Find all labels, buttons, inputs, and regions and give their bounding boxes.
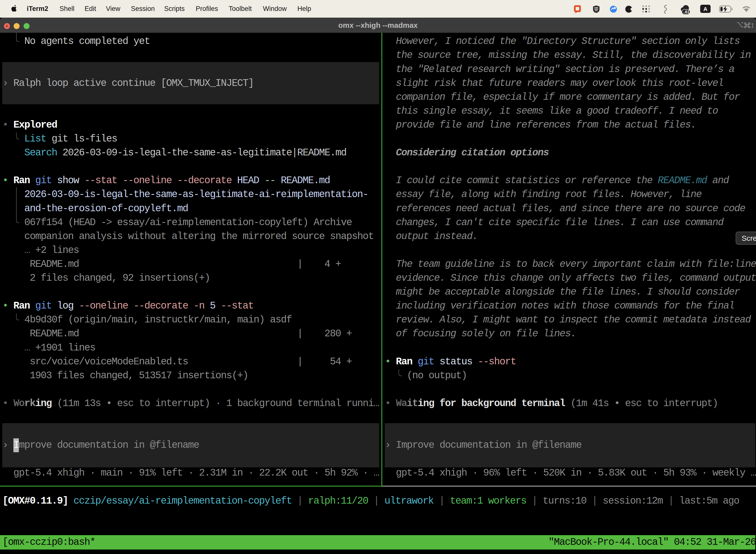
- svg-text:1: 1: [751, 22, 753, 29]
- svg-text:A: A: [703, 6, 707, 12]
- svg-text:..61: ..61: [683, 10, 690, 14]
